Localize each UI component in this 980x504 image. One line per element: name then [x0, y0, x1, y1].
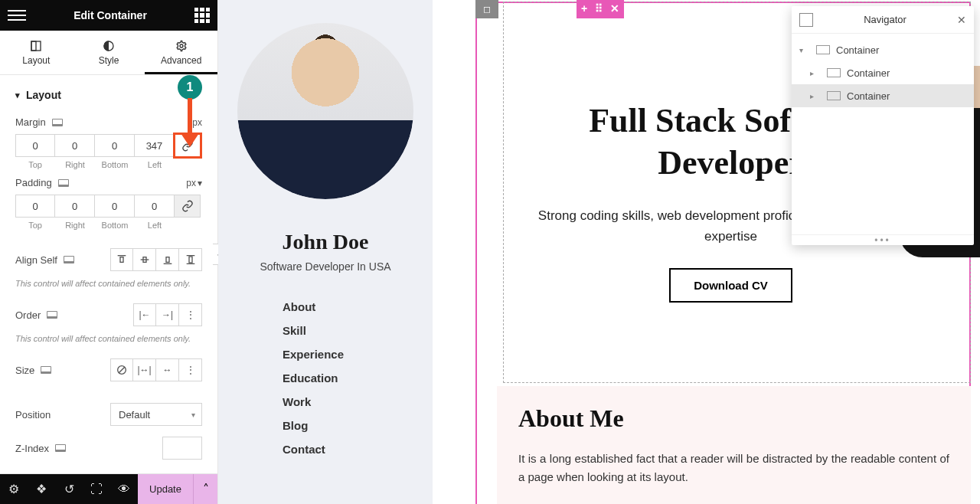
gear-icon: [145, 38, 217, 54]
panel-footer: ⚙ ❖ ↺ ⛶ 👁 Update ˄: [0, 473, 217, 504]
callout-marker: 1: [178, 75, 202, 100]
size-buttons: |↔| ↔ ⋮: [110, 358, 202, 381]
responsive-icon[interactable]: [58, 179, 69, 187]
element-toolbar: + ⠿ ✕: [577, 0, 624, 18]
menu-icon[interactable]: [8, 6, 26, 25]
menu-item[interactable]: Work: [283, 395, 433, 408]
responsive-icon[interactable]: [64, 256, 74, 263]
profile-menu: About Skill Experience Education Work Bl…: [218, 300, 433, 456]
settings-icon[interactable]: ⚙: [0, 474, 28, 505]
menu-item[interactable]: Education: [283, 371, 433, 385]
svg-point-3: [180, 44, 183, 47]
margin-top-input[interactable]: [15, 134, 55, 157]
menu-item[interactable]: About: [283, 300, 433, 313]
padding-right-input[interactable]: [55, 195, 95, 218]
panel-header: Edit Container: [0, 0, 217, 31]
padding-unit[interactable]: px ▾: [186, 178, 202, 188]
order-note: This control will affect contained eleme…: [15, 334, 202, 343]
align-center-button[interactable]: [133, 248, 156, 271]
profile-role: Software Developer In USA: [260, 260, 390, 273]
padding-link-button[interactable]: [175, 195, 201, 218]
update-button[interactable]: Update: [138, 474, 193, 505]
style-icon: [73, 38, 145, 54]
profile-sidebar: John Doe Software Developer In USA About…: [218, 0, 433, 504]
menu-item[interactable]: Blog: [283, 419, 433, 432]
size-more-button[interactable]: ⋮: [179, 358, 202, 381]
margin-bottom-input[interactable]: [95, 134, 135, 157]
tree-node[interactable]: ▸Container: [792, 84, 974, 107]
align-self-buttons: [110, 248, 202, 271]
history-icon[interactable]: ↺: [55, 474, 83, 505]
size-none-button[interactable]: [110, 358, 133, 381]
about-section: About Me It is a long established fact t…: [497, 386, 971, 504]
responsive-icon[interactable]: [55, 444, 66, 452]
close-element-button[interactable]: ✕: [610, 2, 619, 15]
container-icon: [827, 91, 841, 100]
align-self-row: Align Self: [15, 241, 202, 274]
size-row: Size |↔| ↔ ⋮: [15, 351, 202, 385]
zindex-row: Z-Index: [15, 429, 202, 463]
svg-rect-4: [120, 257, 123, 263]
navigator-close-button[interactable]: ✕: [957, 14, 966, 26]
container-icon: [827, 68, 841, 77]
svg-rect-7: [189, 257, 192, 263]
padding-bottom-input[interactable]: [95, 195, 135, 218]
tree-node[interactable]: ▾Container: [792, 38, 974, 61]
responsive-badge[interactable]: ◻: [475, 0, 498, 18]
size-grow-button[interactable]: |↔|: [133, 358, 156, 381]
padding-label: Padding: [15, 177, 52, 188]
align-end-button[interactable]: [156, 248, 179, 271]
responsive-icon[interactable]: [47, 311, 57, 319]
margin-right-input[interactable]: [55, 134, 95, 157]
order-start-button[interactable]: |←: [133, 303, 156, 326]
padding-top-input[interactable]: [15, 195, 55, 218]
order-row: Order |← →| ⋮: [15, 296, 202, 329]
tab-layout[interactable]: Layout: [0, 31, 73, 74]
layers-icon[interactable]: ❖: [28, 474, 55, 505]
order-buttons: |← →| ⋮: [133, 303, 202, 326]
align-note: This control will affect contained eleme…: [15, 279, 202, 288]
menu-item[interactable]: Contact: [283, 443, 433, 456]
padding-left-input[interactable]: [135, 195, 175, 218]
tree-node[interactable]: ▸Container: [792, 61, 974, 84]
tab-advanced[interactable]: Advanced: [145, 31, 217, 74]
responsive-icon[interactable]: [41, 366, 51, 374]
margin-left-input[interactable]: [135, 134, 175, 157]
download-cv-button[interactable]: Download CV: [669, 268, 792, 303]
add-element-button[interactable]: +: [581, 2, 587, 15]
margin-inputs: [15, 134, 202, 157]
profile-name: John Doe: [283, 230, 369, 254]
avatar: [237, 23, 413, 199]
section-layout-toggle[interactable]: Layout: [15, 75, 202, 109]
margin-row: Margin px: [15, 109, 202, 131]
responsive-mode-icon[interactable]: ⛶: [83, 474, 110, 505]
apps-icon[interactable]: [194, 8, 210, 23]
navigator-dock-icon[interactable]: [799, 13, 813, 27]
menu-item[interactable]: Experience: [283, 348, 433, 361]
margin-label: Margin: [15, 116, 46, 128]
layout-icon: [0, 38, 73, 54]
menu-item[interactable]: Skill: [283, 324, 433, 337]
position-select[interactable]: Default: [110, 403, 202, 426]
panel-tabs: Layout Style Advanced: [0, 31, 217, 75]
tab-style[interactable]: Style: [73, 31, 145, 74]
container-icon: [816, 45, 830, 54]
update-options-button[interactable]: ˄: [193, 474, 217, 505]
zindex-input[interactable]: [162, 437, 202, 460]
about-heading: About Me: [518, 404, 949, 433]
size-shrink-button[interactable]: ↔: [156, 358, 179, 381]
align-stretch-button[interactable]: [179, 248, 202, 271]
order-end-button[interactable]: →|: [156, 303, 179, 326]
svg-rect-6: [166, 257, 169, 263]
navigator-panel: Navigator ✕ ▾Container ▸Container ▸Conta…: [792, 6, 974, 245]
position-row: Position Default: [15, 395, 202, 429]
navigator-title: Navigator: [813, 14, 957, 25]
preview-icon[interactable]: 👁: [110, 474, 138, 505]
navigator-resize-handle[interactable]: •••: [792, 234, 974, 245]
responsive-icon[interactable]: [52, 119, 63, 126]
order-more-button[interactable]: ⋮: [179, 303, 202, 326]
padding-inputs: [15, 195, 202, 218]
align-start-button[interactable]: [110, 248, 133, 271]
edit-element-button[interactable]: ⠿: [595, 2, 603, 15]
panel-title: Edit Container: [26, 9, 194, 21]
